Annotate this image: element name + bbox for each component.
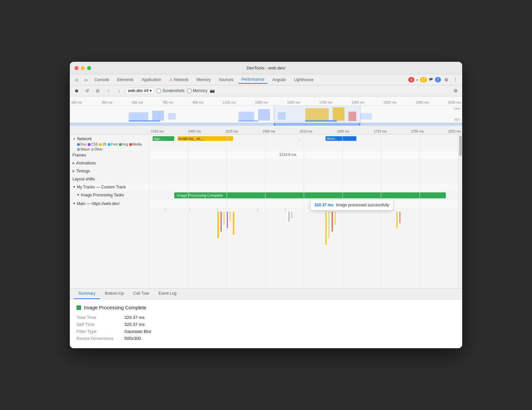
ruler-tick-8: 1765 ms: [319, 101, 332, 104]
frame-time: 1214.8 ms: [279, 153, 296, 156]
screenshots-toggle[interactable]: Screenshots: [157, 88, 185, 93]
detail-tick-5: 1665 ms: [337, 130, 349, 133]
tab-network[interactable]: ⚠ Network: [166, 76, 192, 83]
svg-rect-0: [129, 112, 148, 121]
frames-label-row[interactable]: Frames: [70, 151, 149, 159]
ruler-tick-1: 365 ms: [101, 101, 112, 104]
custom-track-header[interactable]: ▼ My Tracks — Custom Track: [70, 183, 149, 191]
main-thread-row[interactable]: ▼ Main — https://web.dev/: [70, 199, 149, 208]
clear-button[interactable]: ⊘: [94, 87, 102, 95]
svg-rect-34: [233, 212, 234, 235]
ruler-tick-2: 565 ms: [132, 101, 143, 104]
vertical-scrollbar[interactable]: [458, 135, 462, 288]
network-track-row: logo... recaptcha__es_... ... bfram...: [150, 135, 458, 151]
memory-checkbox[interactable]: [187, 89, 192, 93]
network-label-row[interactable]: ▼ Network Doc CSS JS Font Img Media Wasm…: [70, 135, 149, 151]
recaptcha-bar[interactable]: recaptcha__es_...: [178, 136, 233, 141]
device-icon[interactable]: ▭: [82, 76, 90, 84]
image-processing-bar[interactable]: Image Processing Complete: [174, 192, 446, 198]
devtools-window: DevTools - web.dev/ ⊹ ▭ Console Elements…: [70, 62, 462, 348]
svg-rect-11: [238, 120, 258, 122]
tab-angular[interactable]: Angular: [269, 76, 289, 83]
total-time-label: Total Time: [76, 315, 123, 320]
tab-application[interactable]: Application: [138, 76, 165, 83]
download-button[interactable]: ↓: [115, 87, 123, 95]
profile-label: web.dev #4: [128, 88, 148, 93]
settings-icon[interactable]: ⚙: [442, 76, 450, 84]
summary-row-resize-dims: Resize Dimensions 500x300: [76, 336, 456, 341]
summary-color-indicator: [76, 305, 81, 310]
svg-rect-39: [332, 212, 333, 232]
selection-bar: [70, 123, 462, 126]
ruler-tick-0: 165 ms: [71, 101, 82, 104]
detail-tick-2: 1515 ms: [225, 130, 238, 133]
tab-memory[interactable]: Memory: [193, 76, 214, 83]
memory-toggle[interactable]: Memory: [187, 88, 207, 93]
record-button[interactable]: ⏺: [72, 87, 80, 95]
self-time-label: Self Time: [76, 322, 123, 327]
tracks-area: logo... recaptcha__es_... ... bfram... 1…: [150, 135, 458, 288]
tab-elements[interactable]: Elements: [114, 76, 137, 83]
upload-button[interactable]: ↑: [104, 87, 112, 95]
screenshots-label: Screenshots: [162, 88, 185, 93]
tab-summary[interactable]: Summary: [74, 288, 100, 299]
summary-content: Image Processing Complete Total Time 320…: [70, 299, 462, 348]
flame-chart: [150, 208, 458, 288]
main-track-area: ▼ Network Doc CSS JS Font Img Media Wasm…: [70, 135, 462, 288]
timings-track-row: [150, 167, 458, 175]
animations-label-row[interactable]: ▶ Animations: [70, 159, 149, 167]
scrollbar-thumb[interactable]: [459, 136, 462, 156]
svg-rect-13: [274, 106, 360, 123]
svg-rect-29: [217, 212, 219, 238]
tab-performance[interactable]: Performance: [238, 76, 268, 84]
bfram-bar[interactable]: bfram...: [326, 136, 356, 141]
more-icon[interactable]: ⋮: [452, 76, 460, 84]
svg-rect-4: [258, 109, 270, 121]
settings2-icon[interactable]: ⚙: [452, 87, 460, 95]
detail-tick-3: 1565 ms: [262, 130, 275, 133]
ruler-tick-9: 1965 ms: [351, 101, 364, 104]
cpu-label: CPU: [454, 107, 460, 110]
svg-rect-14: [274, 106, 274, 123]
tab-bar: ⊹ ▭ Console Elements Application ⚠ Netwo…: [70, 74, 462, 85]
overview-chart[interactable]: CPU NET: [70, 106, 462, 123]
image-processing-label-row[interactable]: ▼ Image Processing Tasks: [70, 191, 149, 199]
screenshots-checkbox[interactable]: [157, 89, 161, 93]
close-button[interactable]: [74, 66, 78, 70]
top-ruler: 165 ms 365 ms 565 ms 765 ms 965 ms 1165 …: [70, 96, 462, 106]
layout-shifts-row[interactable]: Layout shifts: [70, 175, 149, 183]
tab-sources[interactable]: Sources: [215, 76, 237, 83]
network-legend: Doc CSS JS Font Img Media Wasm Other: [72, 142, 147, 152]
svg-rect-3: [238, 112, 254, 121]
tab-call-tree[interactable]: Call Tree: [129, 288, 154, 299]
image-processing-bar-label: Image Processing Complete: [177, 193, 223, 197]
tab-event-log[interactable]: Event Log: [154, 288, 181, 299]
network-section-label: Network: [77, 137, 92, 141]
minimize-button[interactable]: [81, 66, 85, 70]
detail-tick-0: 1415 ms: [151, 130, 164, 133]
timings-label: Timings: [76, 169, 90, 173]
tab-console[interactable]: Console: [91, 76, 112, 83]
filter-type-value: Gaussian Blur: [124, 329, 152, 334]
window-title: DevTools - web.dev/: [246, 65, 285, 70]
svg-rect-2: [168, 113, 176, 120]
tab-lighthouse[interactable]: Lighthouse: [291, 76, 317, 83]
bottom-tab-bar: Summary Bottom-Up Call Tree Event Log: [70, 288, 462, 299]
reload-button[interactable]: ↺: [83, 87, 91, 95]
profile-selector[interactable]: web.dev #4 ▾: [126, 87, 154, 94]
svg-rect-31: [224, 212, 224, 225]
frames-track-row: 1214.8 ms: [150, 151, 458, 159]
ruler-tick-10: 2165 ms: [384, 101, 396, 104]
svg-rect-15: [360, 106, 360, 123]
maximize-button[interactable]: [87, 66, 91, 70]
detail-tick-8: 1815 ms: [448, 130, 461, 133]
timings-label-row[interactable]: ▶ Timings: [70, 167, 149, 175]
inspect-icon[interactable]: ⊹: [72, 76, 80, 84]
camera-icon[interactable]: 📷: [210, 88, 215, 93]
ruler-tick-6: 1365 ms: [255, 101, 268, 104]
svg-rect-33: [230, 212, 230, 222]
tab-bottom-up[interactable]: Bottom-Up: [100, 288, 128, 299]
logo-bar[interactable]: logo...: [153, 136, 174, 141]
detail-ruler: 1415 ms 1465 ms 1515 ms 1565 ms 1615 ms …: [70, 126, 462, 135]
svg-rect-41: [396, 212, 397, 228]
